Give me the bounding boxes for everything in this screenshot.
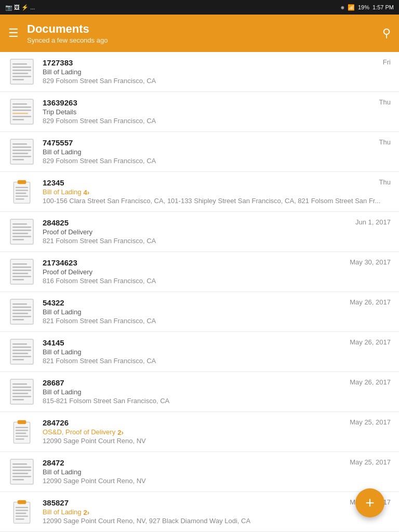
search-button[interactable]: ⚲ (382, 26, 391, 40)
list-item[interactable]: 28472 May 25, 2017 Bill of Lading 12090 … (0, 452, 399, 492)
list-item[interactable]: 21734623 May 30, 2017 Proof of Delivery … (0, 252, 399, 292)
doc-header-row: 12345 Thu (43, 178, 391, 187)
doc-content: 284726 May 25, 2017 OS&D, Proof of Deliv… (43, 418, 391, 445)
svg-rect-28 (10, 219, 33, 244)
svg-rect-78 (18, 500, 26, 504)
doc-content: 28472 May 25, 2017 Bill of Lading 12090 … (43, 458, 391, 485)
doc-header-row: 284825 Jun 1, 2017 (43, 218, 391, 227)
list-item[interactable]: 28687 May 26, 2017 Bill of Lading 815-82… (0, 372, 399, 412)
list-item[interactable]: 385827 May 25, 2017 Bill of Lading 2› 12… (0, 492, 399, 532)
svg-rect-7 (10, 99, 33, 124)
doc-header-row: 54322 May 26, 2017 (43, 298, 391, 307)
doc-date: Thu (379, 138, 391, 146)
doc-date: Thu (379, 98, 391, 106)
doc-type-row: Proof of Delivery (43, 268, 391, 277)
doc-type-row: Bill of Lading (43, 148, 391, 157)
add-button[interactable]: + (355, 488, 384, 517)
time-display: 1:57 PM (373, 4, 394, 10)
svg-rect-14 (10, 139, 33, 164)
svg-rect-8 (12, 103, 27, 105)
svg-rect-36 (12, 263, 27, 265)
doc-id: 34145 (43, 338, 64, 347)
svg-rect-48 (12, 319, 24, 321)
doc-address: 12090 Sage Point Court Reno, NV (43, 477, 391, 485)
header-left: ☰ Documents Synced a few seconds ago (8, 22, 108, 44)
list-item[interactable]: 284825 Jun 1, 2017 Proof of Delivery 821… (0, 212, 399, 252)
doc-date: Jun 1, 2017 (355, 218, 391, 226)
doc-thumbnail (8, 58, 35, 85)
doc-address: 829 Folsom Street San Francisco, CA (43, 117, 391, 125)
doc-type: Bill of Lading (43, 308, 81, 316)
svg-rect-73 (12, 470, 31, 471)
svg-rect-0 (10, 59, 33, 84)
doc-type-row: Trip Details (43, 108, 391, 117)
svg-rect-65 (16, 427, 28, 428)
doc-id: 28687 (43, 378, 64, 387)
list-item[interactable]: 284726 May 25, 2017 OS&D, Proof of Deliv… (0, 412, 399, 452)
svg-rect-11 (12, 113, 28, 114)
doc-content: 1727383 Fri Bill of Lading 829 Folsom St… (43, 58, 391, 85)
doc-id: 54322 (43, 298, 64, 307)
list-item[interactable]: 34145 May 26, 2017 Bill of Lading 821 Fo… (0, 332, 399, 372)
wifi-icon: 📶 (348, 4, 355, 11)
svg-rect-27 (16, 198, 24, 200)
doc-id: 385827 (43, 498, 69, 507)
doc-thumbnail (8, 418, 35, 445)
list-item[interactable]: 54322 May 26, 2017 Bill of Lading 821 Fo… (0, 292, 399, 332)
doc-address: 100-156 Clara Street San Francisco, CA, … (43, 197, 391, 205)
doc-thumbnail (8, 378, 35, 405)
doc-type-row: Bill of Lading (43, 348, 391, 357)
doc-header-row: 28472 May 25, 2017 (43, 458, 391, 467)
list-item[interactable]: 12345 Thu Bill of Lading 4› 100-156 Clar… (0, 172, 399, 212)
doc-date: May 26, 2017 (350, 298, 391, 306)
doc-date: May 25, 2017 (350, 458, 391, 466)
doc-type-row: Proof of Delivery (43, 228, 391, 237)
svg-rect-64 (18, 420, 26, 424)
svg-rect-76 (12, 479, 24, 481)
list-item[interactable]: 7475557 Thu Bill of Lading 829 Folsom St… (0, 132, 399, 172)
svg-rect-51 (12, 347, 31, 348)
doc-thumbnail (8, 98, 35, 125)
menu-button[interactable]: ☰ (8, 26, 19, 40)
svg-rect-46 (12, 313, 28, 314)
svg-rect-19 (12, 156, 31, 157)
svg-rect-38 (12, 270, 31, 271)
svg-rect-12 (12, 116, 31, 117)
bluetooth-icon: ⎈ (341, 4, 344, 10)
svg-rect-30 (12, 227, 31, 228)
status-icons: 📷 🖼 ⚡ ... (5, 4, 35, 11)
svg-rect-60 (12, 393, 28, 394)
svg-rect-79 (16, 507, 28, 508)
doc-content: 54322 May 26, 2017 Bill of Lading 821 Fo… (43, 298, 391, 325)
doc-address: 821 Folsom Street San Francisco, CA (43, 317, 391, 325)
doc-thumbnail (8, 138, 35, 165)
svg-rect-41 (12, 279, 24, 281)
doc-date: May 25, 2017 (350, 418, 391, 426)
doc-address: 821 Folsom Street San Francisco, CA (43, 357, 391, 365)
battery-level: 19% (358, 4, 369, 10)
doc-content: 28687 May 26, 2017 Bill of Lading 815-82… (43, 378, 391, 405)
list-item[interactable]: 13639263 Thu Trip Details 829 Folsom Str… (0, 92, 399, 132)
doc-id: 284726 (43, 418, 69, 427)
status-left: 📷 🖼 ⚡ ... (5, 4, 35, 11)
svg-rect-49 (10, 339, 33, 364)
svg-rect-71 (12, 463, 27, 465)
doc-type-row: Bill of Lading (43, 308, 391, 317)
doc-thumbnail (8, 258, 35, 285)
doc-id: 12345 (43, 178, 64, 187)
list-item[interactable]: 1727383 Fri Bill of Lading 829 Folsom St… (0, 52, 399, 92)
svg-rect-4 (12, 73, 28, 74)
doc-type: Bill of Lading (43, 388, 81, 396)
svg-rect-47 (12, 316, 31, 317)
svg-rect-72 (12, 467, 31, 468)
doc-thumbnail (8, 218, 35, 245)
doc-header-row: 284726 May 25, 2017 (43, 418, 391, 427)
svg-rect-10 (12, 110, 31, 111)
svg-rect-32 (12, 233, 28, 234)
svg-rect-13 (12, 119, 24, 121)
svg-rect-75 (12, 476, 31, 477)
doc-badge: 2› (117, 429, 124, 436)
doc-id: 28472 (43, 458, 64, 467)
svg-rect-6 (12, 79, 24, 81)
doc-id: 7475557 (43, 138, 73, 147)
